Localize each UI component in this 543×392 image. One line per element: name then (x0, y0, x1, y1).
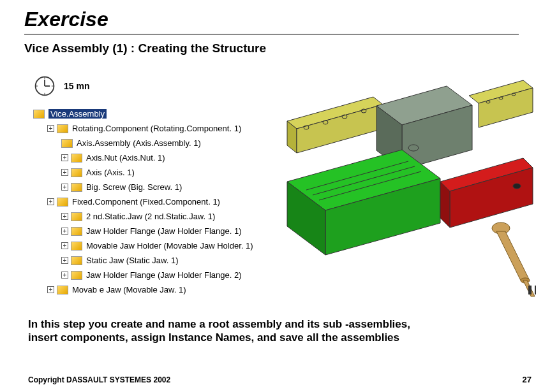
tree-node[interactable]: +Rotating.Component (Rotating.Component.… (47, 121, 543, 136)
part-icon (71, 242, 82, 250)
expand-icon[interactable]: + (61, 257, 68, 264)
tree-node[interactable]: +2 nd.Static.Jaw (2 nd.Static.Jaw. 1) (61, 209, 543, 224)
tree-node-root[interactable]: Vice.Assembly (33, 106, 543, 121)
node-label: Big. Screw (Big. Screw. 1) (86, 182, 182, 192)
part-icon (71, 183, 82, 192)
node-label: Static Jaw (Static Jaw. 1) (86, 256, 179, 265)
expand-icon[interactable]: + (61, 228, 68, 235)
node-label: Movable Jaw Holder (Movable Jaw Holder. … (86, 241, 253, 250)
page-number: 27 (523, 375, 532, 384)
node-label: Movab e Jaw (Movable Jaw. 1) (72, 285, 186, 294)
expand-icon[interactable]: + (47, 286, 54, 293)
expand-icon[interactable]: + (61, 272, 68, 279)
part-icon (71, 271, 82, 280)
tree-node[interactable]: +Jaw Holder Flange (Jaw Holder Flange. 2… (61, 268, 543, 282)
assembly-icon (33, 110, 45, 119)
node-label: Axis.Assembly (Axis.Assembly. 1) (77, 138, 201, 148)
expand-icon[interactable]: + (47, 198, 54, 205)
assembly-icon (61, 139, 73, 148)
tree-node[interactable]: +Axis.Nut (Axis.Nut. 1) (61, 150, 543, 165)
assembly-icon (57, 198, 68, 207)
tree-node[interactable]: +Movable Jaw Holder (Movable Jaw Holder.… (61, 238, 543, 253)
tree-node[interactable]: +Axis (Axis. 1) (61, 165, 543, 180)
part-icon (57, 286, 68, 294)
part-icon (71, 256, 82, 265)
clock-icon (33, 75, 56, 98)
expand-icon[interactable]: + (47, 125, 54, 132)
expand-icon[interactable]: + (61, 213, 68, 220)
expand-icon[interactable]: + (61, 169, 68, 176)
node-label: Rotating.Component (Rotating.Component. … (72, 124, 241, 133)
assembly-tree: Vice.Assembly +Rotating.Component (Rotat… (0, 98, 543, 297)
node-label: Fixed.Component (Fixed.Component. 1) (72, 197, 220, 207)
page-title: Exercise (0, 0, 543, 31)
time-text: 15 mn (64, 81, 89, 91)
tree-node[interactable]: +Static Jaw (Static Jaw. 1) (61, 253, 543, 268)
assembly-icon (57, 124, 68, 133)
tree-node[interactable]: Axis.Assembly (Axis.Assembly. 1) (61, 136, 543, 150)
node-label: Axis (Axis. 1) (86, 168, 135, 177)
expand-icon[interactable]: + (61, 184, 68, 191)
part-icon (71, 227, 82, 236)
node-label: Jaw Holder Flange (Jaw Holder Flange. 1) (86, 226, 242, 236)
tree-node[interactable]: +Fixed.Component (Fixed.Component. 1) (47, 194, 543, 209)
node-label: Jaw Holder Flange (Jaw Holder Flange. 2) (86, 270, 242, 280)
tree-node[interactable]: +Big. Screw (Big. Screw. 1) (61, 180, 543, 194)
node-label: Vice.Assembly (48, 109, 107, 119)
body-text: In this step you create and name a root … (28, 317, 424, 345)
node-label: Axis.Nut (Axis.Nut. 1) (86, 153, 165, 163)
expand-icon[interactable]: + (61, 154, 68, 161)
tree-node[interactable]: +Movab e Jaw (Movable Jaw. 1) (47, 282, 543, 297)
node-label: 2 nd.Static.Jaw (2 nd.Static.Jaw. 1) (86, 212, 215, 221)
part-icon (71, 154, 82, 163)
copyright: Copyright DASSAULT SYSTEMES 2002 (28, 375, 170, 384)
part-icon (71, 212, 82, 221)
tree-node[interactable]: +Jaw Holder Flange (Jaw Holder Flange. 1… (61, 224, 543, 238)
expand-icon[interactable]: + (61, 242, 68, 249)
part-icon (71, 168, 82, 177)
subtitle: Vice Assembly (1) : Creating the Structu… (0, 35, 543, 55)
